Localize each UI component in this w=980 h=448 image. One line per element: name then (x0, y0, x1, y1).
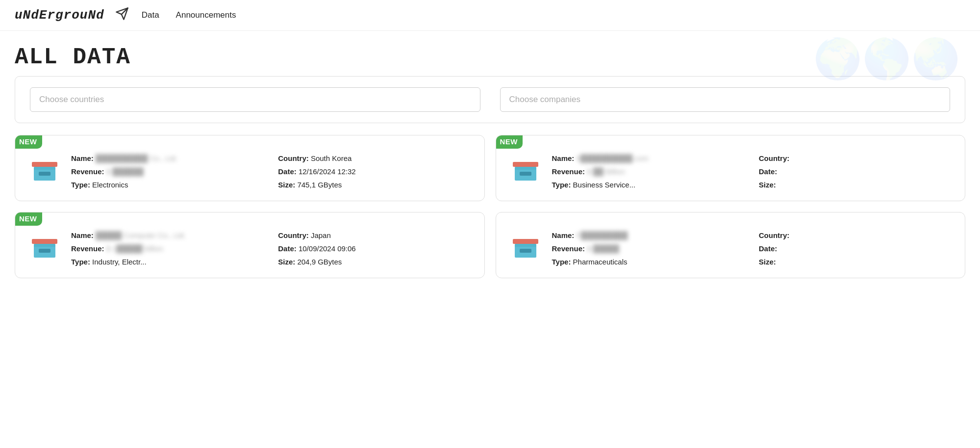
nav-data[interactable]: Data (138, 8, 163, 22)
svg-rect-17 (515, 244, 536, 247)
svg-rect-12 (39, 249, 50, 253)
card-4-country: Country: (759, 231, 951, 239)
svg-rect-6 (513, 162, 538, 167)
countries-filter-input[interactable] (30, 87, 480, 112)
card-2-name: Name: h██████████.com (552, 154, 744, 162)
card-4-name: Name: F█████████ (552, 231, 744, 239)
send-icon (115, 7, 129, 24)
card-1-revenue: Revenue: $ ██████ (71, 167, 263, 176)
card-4-content: Name: F█████████ Country: Revenue: $ ███… (552, 226, 952, 266)
page-title: ALL DATA (15, 45, 965, 70)
card-2-size: Size: (759, 181, 951, 189)
card-2: NEW Name: h██████████.com Country: Reven… (496, 135, 966, 201)
new-badge-3: NEW (15, 212, 42, 226)
card-3-type: Type: Industry, Electr... (71, 258, 263, 266)
page-title-area: 🌍🌎🌏 ALL DATA (0, 31, 980, 76)
card-3: NEW Name: █████ Computer Co., Ltd. Count… (15, 212, 485, 278)
card-1-content: Name: ██████████ Co., Ltd. Country: Sout… (71, 149, 471, 189)
cards-grid: NEW Name: ██████████ Co., Ltd. Country: … (0, 135, 980, 293)
card-1: NEW Name: ██████████ Co., Ltd. Country: … (15, 135, 485, 201)
svg-rect-2 (32, 162, 57, 167)
card-2-content: Name: h██████████.com Country: Revenue: … (552, 149, 952, 189)
svg-rect-13 (34, 244, 55, 247)
card-3-content: Name: █████ Computer Co., Ltd. Country: … (71, 226, 471, 266)
new-badge-1: NEW (15, 135, 42, 149)
svg-rect-14 (513, 239, 538, 244)
svg-rect-16 (520, 249, 531, 253)
svg-rect-8 (520, 172, 531, 176)
archive-icon-3 (29, 231, 60, 263)
card-3-country: Country: Japan (278, 231, 470, 239)
card-3-date: Date: 10/09/2024 09:06 (278, 244, 470, 253)
card-1-size: Size: 745,1 GBytes (278, 181, 470, 189)
archive-icon-2 (510, 154, 541, 185)
card-4-date: Date: (759, 244, 951, 253)
card-3-revenue: Revenue: $ 1█████ billion (71, 244, 263, 253)
svg-rect-9 (515, 167, 536, 170)
companies-filter-input[interactable] (500, 87, 951, 112)
card-4-size: Size: (759, 258, 951, 266)
card-1-type: Type: Electronics (71, 181, 263, 189)
card-4-revenue: Revenue: $ █████ (552, 244, 744, 253)
archive-icon-4 (510, 231, 541, 263)
card-1-name: Name: ██████████ Co., Ltd. (71, 154, 263, 162)
navbar: uNdErgrouNd Data Announcements (0, 0, 980, 31)
card-4: Name: F█████████ Country: Revenue: $ ███… (496, 212, 966, 278)
card-2-revenue: Revenue: $ ██ Billion (552, 167, 744, 176)
card-4-type: Type: Pharmaceuticals (552, 258, 744, 266)
card-2-country: Country: (759, 154, 951, 162)
svg-rect-5 (34, 167, 55, 170)
card-2-date: Date: (759, 167, 951, 176)
nav-announcements[interactable]: Announcements (172, 8, 240, 22)
card-1-country: Country: South Korea (278, 154, 470, 162)
card-2-type: Type: Business Service... (552, 181, 744, 189)
svg-rect-4 (39, 172, 50, 176)
card-1-date: Date: 12/16/2024 12:32 (278, 167, 470, 176)
card-3-name: Name: █████ Computer Co., Ltd. (71, 231, 263, 239)
card-3-size: Size: 204,9 GBytes (278, 258, 470, 266)
filter-bar (15, 76, 965, 123)
new-badge-2: NEW (496, 135, 523, 149)
archive-icon-1 (29, 154, 60, 185)
logo: uNdErgrouNd (15, 8, 104, 23)
svg-rect-10 (32, 239, 57, 244)
